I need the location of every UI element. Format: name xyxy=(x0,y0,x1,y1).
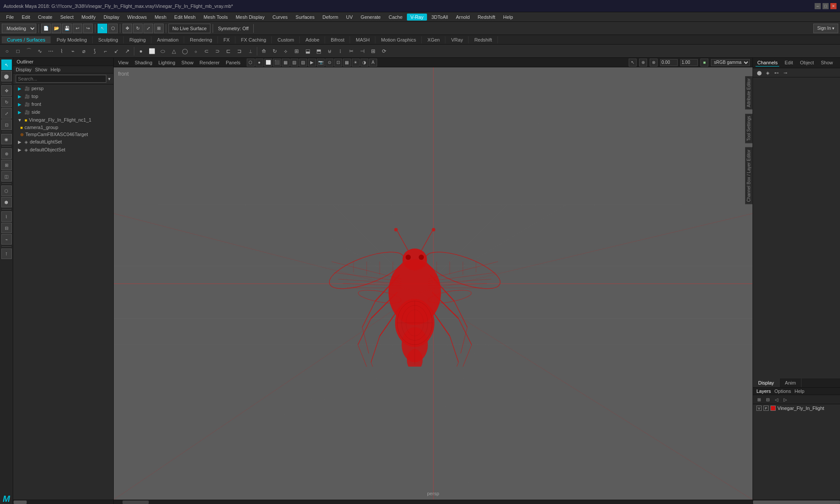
select-tool[interactable]: ↖ xyxy=(1,60,12,70)
vp-camera-tools1[interactable]: ⊕ xyxy=(639,59,647,66)
layer-playback[interactable]: P xyxy=(763,406,769,411)
curve-tool7[interactable]: ⌐ xyxy=(100,46,111,56)
insert-tool[interactable]: ⊞ xyxy=(368,46,378,56)
outliner-item-side[interactable]: ▶ 🎥 side xyxy=(13,108,113,116)
menu-edit[interactable]: Edit xyxy=(18,14,34,21)
tab-edit[interactable]: Edit xyxy=(783,59,794,66)
menu-edit-mesh[interactable]: Edit Mesh xyxy=(171,14,199,21)
circle-tool[interactable]: ○ xyxy=(2,46,12,56)
sphere-tool[interactable]: ● xyxy=(136,46,146,56)
vp-camera1[interactable]: ⬜ xyxy=(264,59,272,66)
boolean-tool[interactable]: ⊎ xyxy=(324,46,335,56)
menu-windows[interactable]: Windows xyxy=(124,14,150,21)
lighting-menu[interactable]: Lighting xyxy=(157,60,177,65)
vp-camera3[interactable]: ▦ xyxy=(282,59,290,66)
vp-playblast[interactable]: ▶ xyxy=(308,59,316,66)
menu-mesh-tools[interactable]: Mesh Tools xyxy=(200,14,231,21)
sign-in-btn[interactable]: Sign In ▾ xyxy=(813,24,838,33)
torus-tool[interactable]: ◯ xyxy=(179,46,190,56)
move-btn[interactable]: ✥ xyxy=(122,24,132,33)
outliner-item-lightset[interactable]: ▶ ◈ defaultLightSet xyxy=(13,138,113,146)
select-tool-btn[interactable]: ↖ xyxy=(98,24,107,33)
tab-fx-caching[interactable]: FX Caching xyxy=(236,36,272,43)
stitch-tool[interactable]: ⫶ xyxy=(335,46,346,56)
curve-tool1[interactable]: ∿ xyxy=(35,46,45,56)
snap-settings[interactable]: ⊕ xyxy=(1,148,12,159)
cylinder-tool[interactable]: ⬭ xyxy=(158,46,168,56)
menu-3dtoall[interactable]: 3DToAll xyxy=(428,14,452,21)
outliner-item-target[interactable]: ⊕ TempCamFBXASC046Target xyxy=(13,131,113,138)
attr-editor-tab[interactable]: Attribute Editor xyxy=(745,76,752,109)
new-file-btn[interactable]: 📄 xyxy=(41,24,51,33)
vp-far-clip[interactable] xyxy=(680,59,698,66)
menu-uv[interactable]: UV xyxy=(343,14,356,21)
search-dropdown[interactable]: ▾ xyxy=(108,76,111,82)
rotate-btn[interactable]: ↻ xyxy=(133,24,143,33)
vp-lights[interactable]: ☀ xyxy=(352,59,360,66)
viewport-canvas[interactable]: front xyxy=(114,67,752,500)
rotate-tool[interactable]: ↻ xyxy=(1,97,12,107)
rect-tool[interactable]: □ xyxy=(13,46,23,56)
panels-menu[interactable]: Panels xyxy=(224,60,242,65)
menu-create[interactable]: Create xyxy=(35,14,56,21)
tab-rendering[interactable]: Rendering xyxy=(185,36,218,43)
tool-settings-tab[interactable]: Tool Settings xyxy=(745,114,752,143)
move-tool[interactable]: ✥ xyxy=(1,85,12,96)
vp-snapshot[interactable]: 📷 xyxy=(317,59,325,66)
cone-tool[interactable]: △ xyxy=(168,46,179,56)
menu-generate[interactable]: Generate xyxy=(357,14,384,21)
universal-manip-btn[interactable]: ⊞ xyxy=(154,24,164,33)
lasso-btn[interactable]: ⬡ xyxy=(108,24,118,33)
tab-animation[interactable]: Animation xyxy=(152,36,184,43)
tab-adobe[interactable]: Adobe xyxy=(300,36,325,43)
tab-vray[interactable]: VRay xyxy=(446,36,469,43)
plane-tool[interactable]: ⬦ xyxy=(190,46,201,56)
tab-motion-graphics[interactable]: Motion Graphics xyxy=(376,36,422,43)
nurbs-tool2[interactable]: ⊃ xyxy=(212,46,223,56)
driven-icon[interactable]: ⊷ xyxy=(773,69,780,76)
grid-display[interactable]: ⊞ xyxy=(1,160,12,170)
layer-option1[interactable]: ◁ xyxy=(773,396,780,403)
menu-file[interactable]: File xyxy=(3,14,18,21)
breakdown-icon[interactable]: ◈ xyxy=(764,69,771,76)
menu-select[interactable]: Select xyxy=(57,14,77,21)
vp-select-camera[interactable]: ↖ xyxy=(629,59,637,66)
curve-tool4[interactable]: ⌁ xyxy=(67,46,78,56)
tab-poly-modeling[interactable]: Poly Modeling xyxy=(51,36,92,43)
display-tab[interactable]: Display xyxy=(753,378,780,387)
key-icon[interactable]: ⬤ xyxy=(756,69,763,76)
menu-cache[interactable]: Cache xyxy=(385,14,406,21)
tab-channels[interactable]: Channels xyxy=(756,59,779,66)
outliner-item-front[interactable]: ▶ 🎥 front xyxy=(13,100,113,108)
curve-tool2[interactable]: ⋯ xyxy=(46,46,56,56)
vp-texture[interactable]: ▦ xyxy=(343,59,351,66)
menu-modify[interactable]: Modify xyxy=(78,14,99,21)
close-button[interactable]: ✕ xyxy=(830,3,836,9)
vp-near-clip[interactable] xyxy=(660,59,678,66)
curve-tool9[interactable]: ↗ xyxy=(122,46,133,56)
layer-color[interactable] xyxy=(770,406,776,411)
trim-tool[interactable]: ✂ xyxy=(346,46,357,56)
tab-rigging[interactable]: Rigging xyxy=(124,36,151,43)
vp-wireframe[interactable]: ⬡ xyxy=(247,59,255,66)
arc-tool[interactable]: ⌒ xyxy=(24,46,34,56)
renderer-menu[interactable]: Renderer xyxy=(198,60,221,65)
nurbs-tool4[interactable]: ⊐ xyxy=(234,46,245,56)
add-layer-icon[interactable]: ⊞ xyxy=(756,396,763,403)
outliner-item-fly-group[interactable]: ▼ ■ Vinegar_Fly_In_Flight_nc1_1 xyxy=(13,116,113,124)
curve-editor[interactable]: ⌇ xyxy=(1,211,12,222)
vp-xray[interactable]: ⊡ xyxy=(334,59,342,66)
minimize-button[interactable]: – xyxy=(815,3,821,9)
outliner-item-persp[interactable]: ▶ 🎥 persp xyxy=(13,84,113,92)
menu-mesh[interactable]: Mesh xyxy=(151,14,170,21)
scale-tool[interactable]: ⤢ xyxy=(1,108,12,119)
outliner-tree[interactable]: ▶ 🎥 persp ▶ 🎥 top ▶ 🎥 front ▶ 🎥 side xyxy=(13,84,113,500)
rebuild-tool[interactable]: ⟳ xyxy=(379,46,389,56)
extrude-tool[interactable]: ⟰ xyxy=(259,46,269,56)
maximize-button[interactable]: □ xyxy=(822,3,829,9)
undo-btn[interactable]: ↩ xyxy=(73,24,82,33)
layer-visibility[interactable]: V xyxy=(756,406,762,411)
paint-select[interactable]: ⬤ xyxy=(1,71,12,81)
menu-deform[interactable]: Deform xyxy=(319,14,342,21)
menu-vray[interactable]: V-Ray xyxy=(407,14,427,21)
